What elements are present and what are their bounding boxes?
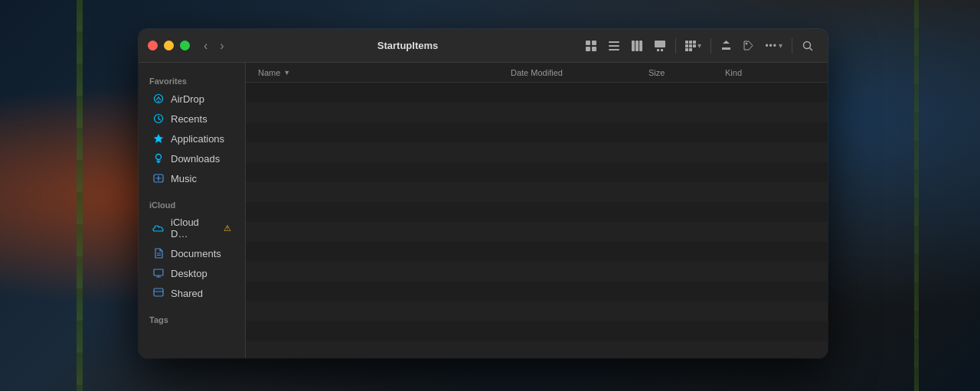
svg-rect-12 [661,49,663,51]
title-bar: ‹ › StartupItems [139,29,828,63]
svg-rect-34 [154,288,163,296]
documents-icon [152,247,165,259]
desktop-icon [152,267,165,279]
table-row[interactable] [246,282,828,301]
columns-icon [631,40,643,52]
svg-rect-14 [689,41,692,44]
music-label: Music [171,173,197,184]
table-row[interactable] [246,222,828,242]
back-button[interactable]: ‹ [199,37,212,54]
svg-rect-9 [639,41,642,51]
svg-rect-7 [632,41,635,51]
svg-rect-2 [586,47,590,51]
recents-label: Recents [171,113,207,125]
svg-rect-3 [592,47,596,51]
column-header-size[interactable]: Size [648,68,725,77]
sidebar-item-recents[interactable]: Recents [142,109,242,129]
svg-line-23 [810,47,813,51]
icloud-warning-icon: ⚠ [224,223,231,233]
svg-rect-11 [657,49,659,51]
file-list [246,83,828,358]
list-icon [608,40,620,52]
applications-label: Applications [171,133,224,145]
search-icon [802,40,814,52]
sidebar-item-icloud-drive[interactable]: iCloud D… ⚠ [142,213,242,243]
grid-icon [585,40,597,52]
sidebar-item-airdrop[interactable]: AirDrop [142,89,242,109]
toolbar-actions: ▾ ••• ▾ [580,37,818,55]
more-arrow: ▾ [779,41,782,50]
column-header-name[interactable]: Name ▼ [258,68,511,77]
svg-rect-1 [592,41,596,45]
svg-rect-5 [609,45,619,47]
table-row[interactable] [246,262,828,282]
maximize-button[interactable] [180,41,190,51]
sort-arrow-name: ▼ [283,69,290,77]
sidebar-item-documents[interactable]: Documents [142,243,242,263]
table-row[interactable] [246,122,828,142]
tag-button[interactable] [738,37,759,54]
sidebar-item-applications[interactable]: Applications [142,129,242,148]
forward-button[interactable]: › [215,37,228,54]
sidebar-item-music[interactable]: Music [142,168,242,188]
view-column-button[interactable] [626,37,648,55]
table-row[interactable] [246,142,828,162]
view-gallery-button[interactable] [649,37,671,55]
svg-rect-4 [609,41,619,43]
column-header-kind[interactable]: Kind [725,68,815,77]
close-button[interactable] [148,41,158,51]
svg-point-21 [746,43,747,44]
view-list-button[interactable] [603,37,625,55]
svg-point-27 [156,155,162,160]
svg-rect-8 [635,41,639,51]
toolbar-separator-1 [675,38,676,54]
svg-rect-10 [655,41,665,47]
window-title: StartupItems [235,40,581,51]
toolbar-separator-3 [792,38,792,54]
nav-buttons: ‹ › [199,37,229,54]
desktop-label: Desktop [171,268,207,279]
sidebar-item-shared[interactable]: Shared [142,283,242,303]
table-row[interactable] [246,321,828,341]
table-row[interactable] [246,202,828,222]
search-button[interactable] [797,37,818,55]
favorites-section-label: Favorites [139,70,245,89]
column-headers: Name ▼ Date Modified Size Kind [246,63,828,83]
airdrop-icon [152,93,165,105]
sidebar-item-desktop[interactable]: Desktop [142,263,242,283]
table-row[interactable] [246,162,828,182]
share-icon [720,40,732,51]
table-row[interactable] [246,83,828,103]
shared-icon [152,287,165,299]
sidebar-item-downloads[interactable]: Downloads [142,148,242,168]
table-row[interactable] [246,182,828,202]
more-icon: ••• [765,41,777,51]
column-header-date[interactable]: Date Modified [511,68,648,77]
svg-rect-20 [689,48,692,51]
table-row[interactable] [246,242,828,262]
toolbar-separator-2 [710,38,711,54]
table-row[interactable] [246,103,828,122]
svg-rect-0 [586,41,590,45]
table-row[interactable] [246,301,828,321]
group-by-button[interactable]: ▾ [681,37,706,54]
svg-rect-16 [685,44,688,47]
svg-rect-31 [154,269,163,275]
view-icon-grid-button[interactable] [580,37,602,55]
svg-rect-17 [689,44,692,47]
applications-icon [152,132,165,145]
more-actions-button[interactable]: ••• ▾ [760,37,787,54]
svg-point-22 [804,41,811,48]
table-row[interactable] [246,341,828,358]
music-icon [152,172,165,184]
share-button[interactable] [716,37,737,54]
svg-rect-13 [685,41,688,44]
minimize-button[interactable] [164,41,174,51]
traffic-lights [148,41,190,51]
svg-rect-19 [685,48,688,51]
icloud-drive-label: iCloud D… [171,217,217,239]
svg-rect-15 [693,41,696,44]
svg-rect-6 [609,49,619,51]
documents-label: Documents [171,248,221,259]
svg-rect-18 [693,44,696,47]
